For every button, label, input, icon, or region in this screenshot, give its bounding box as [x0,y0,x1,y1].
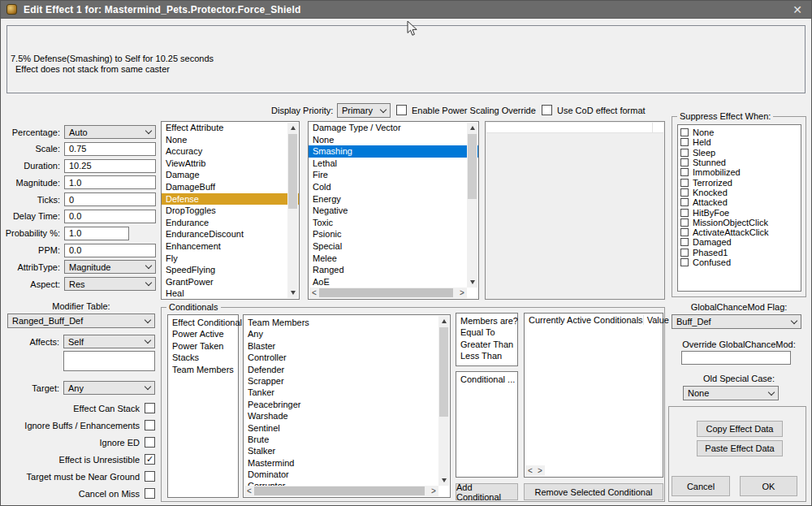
cancel-button[interactable]: Cancel [672,476,730,496]
field-control[interactable]: 0.75 [64,142,156,156]
close-button[interactable]: ✕ [784,1,811,19]
ok-button[interactable]: OK [740,476,797,496]
checkbox[interactable] [680,188,689,197]
list-item[interactable]: Warshade [244,410,450,422]
list-item[interactable]: Ranged [309,264,478,276]
checkbox[interactable] [145,437,155,448]
scroll-up-icon[interactable] [287,123,298,133]
scroll-right-icon[interactable]: > [535,465,545,476]
active-conditionals-name-header[interactable]: Currently Active Conditionals [525,315,643,325]
checkbox[interactable] [145,454,155,465]
list-item[interactable]: Team Members [244,317,450,328]
list-item[interactable]: Defender [244,364,450,375]
horizontal-scrollbar[interactable]: < > [244,486,438,496]
scroll-left-icon[interactable]: < [525,465,535,476]
add-conditional-button[interactable]: Add Conditional [456,483,518,500]
list-item[interactable]: None [309,134,478,146]
field-control[interactable]: Auto [64,125,156,139]
list-item[interactable]: Accuracy [162,145,299,158]
field-control[interactable]: Magnitude [64,260,156,274]
list-item[interactable]: SpeedFlying [162,264,299,276]
list-item[interactable]: Controller [244,352,450,363]
remove-conditional-button[interactable]: Remove Selected Conditional [524,483,663,500]
list-item[interactable]: Defense [162,193,299,205]
scrollbar-thumb[interactable] [319,288,453,297]
target-select[interactable]: Any [63,381,155,395]
list-item[interactable]: Cold [309,181,478,193]
list-item[interactable]: Dominator [244,469,450,480]
list-item[interactable]: Damage Type / Vector [309,122,478,134]
list-item[interactable]: Peacebringer [244,399,450,410]
copy-effect-data-button[interactable]: Copy Effect Data [697,421,783,437]
old-special-case-select[interactable]: None [683,386,779,400]
checkbox[interactable] [680,138,689,146]
checkbox[interactable] [680,228,689,236]
list-item[interactable]: Effect Conditional [168,317,238,328]
horizontal-scrollbar[interactable]: < > [309,288,467,298]
scrollbar-thumb[interactable] [254,487,425,495]
list-item[interactable]: Psionic [309,228,478,240]
checkbox[interactable] [680,218,689,227]
list-item[interactable]: Members are? [456,315,517,327]
list-item[interactable]: DropToggles [162,205,299,217]
list-item[interactable]: Toxic [309,217,478,229]
checkbox[interactable] [680,249,689,257]
override-globalchancemod-input[interactable] [681,351,791,365]
checkbox[interactable] [680,209,689,217]
list-item[interactable]: Greater Than [456,339,517,350]
scroll-right-icon[interactable]: > [457,288,467,298]
list-item[interactable]: None [162,134,299,146]
scroll-down-icon[interactable] [287,288,298,298]
list-item[interactable]: Special [309,240,478,253]
field-control[interactable]: 0 [64,192,156,206]
checkbox[interactable] [145,471,155,482]
list-item[interactable]: Mastermind [244,457,450,469]
list-item[interactable]: Lethal [309,158,478,170]
list-item[interactable]: Enhancement [162,240,299,253]
checkbox[interactable] [680,258,689,266]
list-item[interactable]: Any [244,328,450,339]
vertical-scrollbar[interactable] [287,123,298,298]
display-priority-select[interactable]: Primary [337,103,391,118]
list-item[interactable]: Fire [309,169,478,181]
enable-power-scaling-checkbox[interactable] [396,105,407,115]
list-item[interactable]: Less Than [456,350,517,361]
modifier-table-select[interactable]: Ranged_Buff_Def [7,314,155,328]
checkbox[interactable] [680,128,689,136]
list-item[interactable]: Effect Attribute [162,122,299,134]
vertical-scrollbar[interactable] [467,123,477,288]
affects-detail-box[interactable] [63,351,155,371]
scroll-up-icon[interactable] [438,316,449,327]
checkbox[interactable] [680,198,689,206]
list-item[interactable]: Fly [162,253,299,265]
scroll-down-icon[interactable] [467,277,477,288]
list-item[interactable]: Power Active [168,328,238,339]
field-control[interactable]: Res [64,277,156,291]
list-item[interactable]: Negative [309,205,478,217]
checkbox[interactable] [680,238,689,246]
list-item[interactable]: AoE [309,276,478,288]
list-item[interactable]: Conditional ... [456,374,517,385]
list-item[interactable]: Scrapper [244,375,450,387]
field-control[interactable]: 10.25 [64,159,156,173]
list-item[interactable]: Blaster [244,340,450,352]
vertical-scrollbar[interactable] [438,316,449,486]
checkbox[interactable] [680,168,689,176]
scroll-left-icon[interactable]: < [309,288,319,298]
checkbox[interactable] [145,403,155,413]
list-item[interactable]: Power Taken [168,340,238,352]
scroll-right-icon[interactable]: > [429,486,438,496]
list-item[interactable]: Team Members [168,364,238,375]
scrollbar-thumb[interactable] [288,134,297,209]
list-item[interactable]: Energy [309,193,478,205]
globalchancemod-flag-select[interactable]: Buff_Def [672,314,801,329]
list-item[interactable]: Stacks [168,352,238,363]
use-cod-format-checkbox[interactable] [542,105,552,115]
list-item[interactable]: ViewAttrib [162,158,299,170]
scroll-down-icon[interactable] [438,475,449,486]
list-item[interactable]: Melee [309,253,478,265]
field-control[interactable]: 0.0 [64,210,156,223]
list-item[interactable]: GrantPower [162,276,299,288]
scroll-left-icon[interactable]: < [244,486,254,496]
list-item[interactable]: Endurance [162,217,299,229]
